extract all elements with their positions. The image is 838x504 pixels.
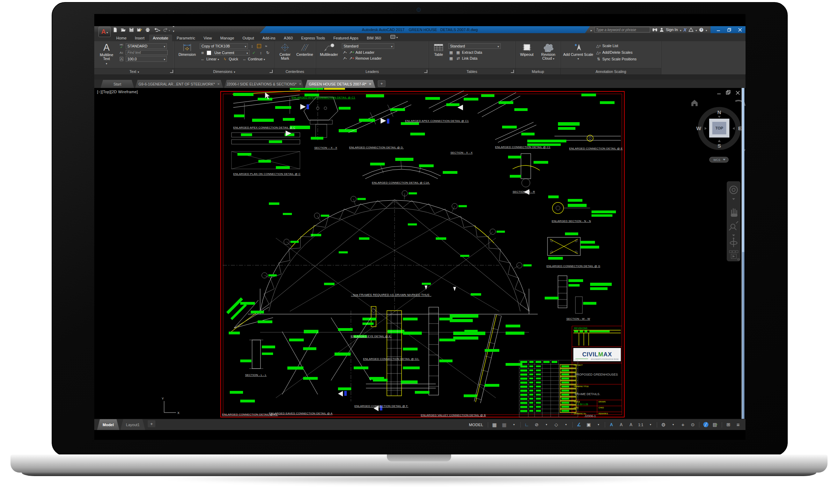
save-icon[interactable] [129, 27, 134, 32]
multiline-text-button[interactable]: A Multiline Text [96, 42, 117, 67]
application-menu-button[interactable]: A [98, 27, 111, 37]
file-tab-j2006[interactable]: J2006-I SIDE ELEVATIONS & SECTIONS* [224, 80, 304, 88]
qat-customize-button[interactable] [173, 26, 174, 34]
close-icon[interactable] [366, 82, 371, 87]
a360-caret[interactable] [696, 27, 697, 33]
quick-dimension-button[interactable]: Quick [222, 57, 238, 61]
object-snap-tracking-toggle[interactable] [574, 421, 583, 429]
linear-dimension-button[interactable]: Linear [200, 57, 219, 61]
iso-settings-caret[interactable] [561, 421, 571, 429]
isolate-objects-button[interactable] [688, 421, 697, 429]
leader-align-icon[interactable] [342, 56, 347, 61]
viewcube-west[interactable]: W [696, 125, 701, 131]
add-current-scale-button[interactable]: Add Current Scale [563, 42, 594, 67]
file-tab-greenhouse[interactable]: GREEN HOUSE DETAILS 2007-R* [305, 80, 375, 88]
leader-collect-icon[interactable] [342, 50, 347, 55]
navigation-bar[interactable] [727, 181, 740, 261]
drawing-restore-icon[interactable] [726, 90, 730, 94]
ortho-mode-toggle[interactable] [522, 421, 531, 429]
dim-jog-icon[interactable] [263, 44, 269, 49]
undo-button[interactable] [153, 27, 160, 33]
text-height-select[interactable]: 100.0 [126, 56, 167, 62]
ribbon-tab-parametric[interactable]: Parametric [173, 35, 199, 41]
a360-icon[interactable] [689, 28, 693, 32]
wipeout-button[interactable]: Wipeout [517, 42, 536, 67]
close-icon[interactable] [215, 82, 220, 87]
annotation-autoscale-toggle[interactable] [617, 421, 626, 429]
ribbon-tab-a360[interactable]: A360 [280, 35, 297, 41]
viewcube-home-icon[interactable] [691, 100, 698, 106]
drawing-window-controls[interactable] [717, 90, 740, 95]
snap-settings-caret[interactable] [509, 421, 519, 429]
dim-layer-select[interactable]: Use Current [213, 50, 250, 55]
spell-check-icon[interactable]: ABC [119, 44, 124, 49]
object-snap-toggle[interactable] [584, 421, 593, 429]
viewcube-east[interactable]: E [738, 125, 742, 131]
viewport-menu-control[interactable]: [−] [97, 90, 102, 94]
ribbon-tab-annotate[interactable]: Annotate [149, 35, 172, 41]
annotation-scale-value[interactable]: 1:1 [636, 421, 645, 429]
model-space-toggle[interactable]: MODEL [466, 421, 486, 429]
dimensions-dialog-launcher[interactable] [270, 70, 273, 73]
continue-dimension-button[interactable]: Continue [241, 57, 265, 61]
table-cell-icon[interactable] [448, 50, 454, 55]
hardware-acceleration-button[interactable]: ╱ [703, 422, 708, 427]
file-tab-g9[interactable]: G9-6-1GENERAL AR...ENT OF STEELWORK* [135, 80, 223, 88]
ribbon-tab-home[interactable]: Home [112, 35, 130, 41]
text-style-select[interactable]: STANDARD [126, 43, 167, 49]
scale-list-button[interactable]: Scale List [596, 43, 637, 48]
workspace-switching-button[interactable] [659, 421, 668, 429]
viewcube[interactable]: N S W E TOP [691, 100, 745, 162]
isometric-drafting-toggle[interactable] [552, 421, 561, 429]
ribbon-tab-express-tools[interactable]: Express Tools [297, 35, 329, 41]
close-icon[interactable] [296, 82, 301, 87]
ribbon-tab-insert[interactable]: Insert [131, 35, 148, 41]
center-mark-button[interactable]: Center Mark [276, 42, 294, 67]
drawing-canvas[interactable]: [−][Top][2D Wireframe] [94, 88, 745, 419]
table-button[interactable]: Table [431, 42, 446, 67]
graphics-performance-button[interactable] [711, 421, 720, 429]
plot-icon[interactable] [145, 27, 150, 32]
find-text-input[interactable] [126, 50, 168, 55]
restore-button[interactable] [727, 28, 731, 32]
viewport-visual-style-control[interactable]: [2D Wireframe] [111, 90, 138, 94]
sync-scale-positions-button[interactable]: Sync Scale Positions [596, 57, 637, 61]
drawing-close-icon[interactable] [736, 91, 740, 95]
canvas-edge-scrollbar[interactable] [742, 88, 744, 419]
new-file-icon[interactable] [112, 27, 118, 32]
multileader-button[interactable]: Multileader [318, 42, 340, 67]
ribbon-tab-bim360[interactable]: BIM 360 [363, 35, 385, 41]
redo-button[interactable] [163, 27, 170, 33]
save-as-icon[interactable] [137, 27, 142, 32]
open-file-icon[interactable] [120, 27, 126, 32]
mleader-style-select[interactable]: Standard [342, 43, 394, 49]
grid-display-toggle[interactable] [490, 421, 499, 429]
polar-tracking-toggle[interactable] [532, 421, 541, 429]
new-layout-button[interactable]: + [148, 420, 155, 427]
new-drawing-tab-button[interactable]: + [378, 80, 385, 87]
annotation-scale-caret[interactable] [646, 421, 655, 429]
dimensions-panel-label[interactable]: Dimensions [175, 68, 274, 74]
dimension-button[interactable]: Dimension [177, 42, 198, 67]
customization-button[interactable] [734, 421, 743, 429]
ribbon-tab-addins[interactable]: Add-ins [259, 35, 279, 41]
help-caret[interactable] [706, 27, 707, 33]
ribbon-tab-featured-apps[interactable]: Featured Apps [330, 35, 362, 41]
viewcube-north[interactable]: N [718, 109, 721, 115]
ribbon-tab-manage[interactable]: Manage [216, 35, 238, 41]
search-binoculars-icon[interactable] [652, 28, 657, 32]
search-input[interactable] [594, 27, 650, 32]
sign-in-menu-caret[interactable] [680, 27, 681, 33]
annotation-monitor-button[interactable] [678, 421, 688, 429]
centerline-button[interactable]: Centerline [296, 42, 314, 67]
snap-mode-toggle[interactable] [500, 421, 509, 429]
annotation-visibility-toggle[interactable] [607, 421, 616, 429]
polar-settings-caret[interactable] [542, 421, 551, 429]
dim-style-select[interactable]: Copy of TICK10B [200, 43, 248, 49]
viewcube-arrow-left-icon[interactable] [733, 127, 735, 130]
link-data-button[interactable]: Link Data [455, 56, 477, 61]
add-leader-button[interactable]: Add Leader [349, 50, 374, 55]
help-icon[interactable]: ? [699, 28, 704, 32]
ribbon-display-toggle[interactable] [390, 34, 398, 41]
text-panel-label[interactable]: Text [94, 68, 174, 74]
